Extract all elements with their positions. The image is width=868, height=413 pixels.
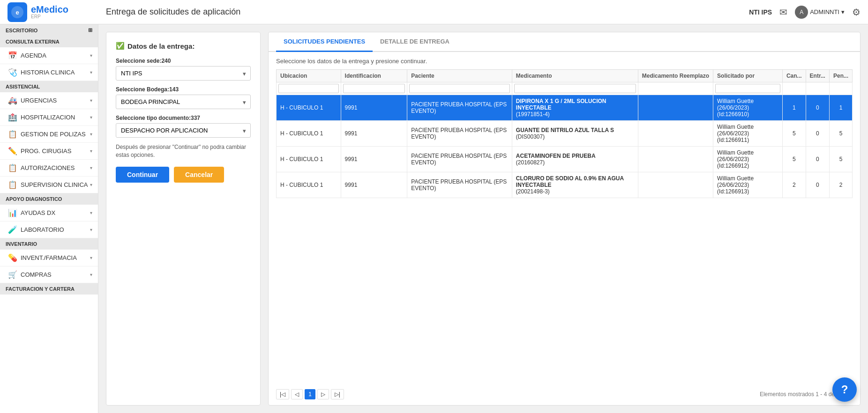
autorizaciones-left: 📋 AUTORIZACIONES bbox=[7, 163, 75, 172]
agenda-label: AGENDA bbox=[21, 52, 46, 59]
sidebar-section-escritorio[interactable]: ESCRITORIO ⊞ bbox=[0, 24, 98, 36]
solicitudes-table: Ubicacion Identificacion Paciente Medica… bbox=[276, 69, 853, 198]
farmacia-label: INVENT./FARMACIA bbox=[21, 254, 77, 261]
cell-reemplazo bbox=[638, 95, 713, 121]
filter-paciente-input[interactable] bbox=[409, 84, 509, 93]
autorizaciones-label: AUTORIZACIONES bbox=[21, 164, 75, 171]
top-header: e eMedico ERP Entrega de solicitudes de … bbox=[0, 0, 868, 24]
supervision-icon: 📋 bbox=[7, 180, 18, 189]
tipo-doc-select-wrapper: DESPACHO POR APLICACION ▾ bbox=[116, 123, 251, 138]
sede-label: Seleccione sede:240 bbox=[116, 58, 251, 64]
pagination-info: Elementos mostrados 1 - 4 de 4 bbox=[760, 391, 839, 398]
agenda-left: 📅 AGENDA bbox=[7, 51, 46, 60]
supervision-left: 📋 SUPERVISION CLINICA bbox=[7, 180, 88, 189]
user-area[interactable]: A ADMINNTI ▾ bbox=[795, 6, 845, 19]
consulta-label: CONSULTA EXTERNA bbox=[6, 39, 60, 44]
chevron-historia: ▾ bbox=[90, 70, 92, 75]
filter-identificacion-input[interactable] bbox=[343, 84, 405, 93]
pag-last-btn[interactable]: ▷| bbox=[331, 389, 344, 399]
cell-reemplazo bbox=[638, 121, 713, 147]
continue-button[interactable]: Continuar bbox=[116, 167, 169, 183]
right-panel: SOLICITUDES PENDIENTES DETALLE DE ENTREG… bbox=[268, 32, 861, 406]
chevron-compras: ▾ bbox=[90, 272, 92, 277]
filter-reemplazo bbox=[638, 82, 713, 95]
sidebar-item-agenda[interactable]: 📅 AGENDA ▾ bbox=[0, 47, 98, 64]
sede-select-wrapper: NTI IPS ▾ bbox=[116, 66, 251, 81]
urgencias-label: URGENCIAS bbox=[21, 97, 57, 104]
cart-icon: 🛒 bbox=[7, 270, 18, 279]
sidebar-item-autorizaciones[interactable]: 📋 AUTORIZACIONES ▾ bbox=[0, 160, 98, 177]
table-row[interactable]: H - CUBICULO 19991PACIENTE PRUEBA HOSPIT… bbox=[277, 147, 853, 172]
filter-solicitado-input[interactable] bbox=[715, 84, 780, 93]
sidebar-section-asistencial: ASISTENCIAL bbox=[0, 81, 98, 92]
tabs-bar: SOLICITUDES PENDIENTES DETALLE DE ENTREG… bbox=[269, 32, 860, 52]
cancel-button[interactable]: Cancelar bbox=[174, 167, 224, 183]
cell-pendiente: 2 bbox=[829, 172, 852, 198]
table-row[interactable]: H - CUBICULO 19991PACIENTE PRUEBA HOSPIT… bbox=[277, 121, 853, 147]
sidebar-section-consulta: CONSULTA EXTERNA bbox=[0, 36, 98, 47]
inventario-label: INVENTARIO bbox=[6, 241, 37, 247]
table-area: Seleccione los datos de la entrega y pre… bbox=[269, 52, 860, 405]
pag-prev-btn[interactable]: ◁ bbox=[291, 389, 303, 399]
escritorio-label: ESCRITORIO bbox=[6, 28, 37, 33]
cell-medicamento: CLORURO DE SODIO AL 0.9% EN AGUA INYECTA… bbox=[512, 172, 638, 198]
filter-medicamento[interactable] bbox=[512, 82, 638, 95]
table-row[interactable]: H - CUBICULO 19991PACIENTE PRUEBA HOSPIT… bbox=[277, 95, 853, 121]
mail-icon[interactable]: ✉ bbox=[779, 7, 787, 18]
bodega-label: Seleccione Bodega:143 bbox=[116, 86, 251, 93]
sidebar-item-hospitalizacion[interactable]: 🏥 HOSPITALIZACION ▾ bbox=[0, 109, 98, 126]
chevron-down-icon: ▾ bbox=[841, 8, 845, 15]
cirugias-left: ✏️ PROG. CIRUGIAS bbox=[7, 147, 71, 155]
bodega-select[interactable]: BODEGA PRINCIPAL bbox=[116, 95, 251, 109]
chevron-autorizaciones: ▾ bbox=[90, 165, 92, 170]
farmacia-left: 💊 INVENT./FARMACIA bbox=[7, 253, 77, 262]
form-note: Después de presionar "Continuar" no podr… bbox=[116, 143, 251, 159]
filter-ubicacion-input[interactable] bbox=[278, 84, 339, 93]
flask-icon: 🧪 bbox=[7, 225, 18, 234]
pagination: |◁ ◁ 1 ▷ ▷| Elementos mostrados 1 - 4 de… bbox=[276, 385, 853, 399]
historia-label: HISTORIA CLINICA bbox=[21, 69, 75, 76]
cell-cantidad: 1 bbox=[782, 95, 806, 121]
cell-solicitado: William Guette (26/06/2023)(Id:1266913) bbox=[713, 172, 783, 198]
tab-solicitudes-pendientes[interactable]: SOLICITUDES PENDIENTES bbox=[276, 32, 373, 52]
sidebar-item-farmacia[interactable]: 💊 INVENT./FARMACIA ▾ bbox=[0, 250, 98, 266]
sidebar-section-facturacion: FACTURACION Y CARTERA bbox=[0, 283, 98, 295]
sidebar-item-compras[interactable]: 🛒 COMPRAS ▾ bbox=[0, 266, 98, 283]
filter-medicamento-input[interactable] bbox=[514, 84, 636, 93]
auth-icon: 📋 bbox=[7, 163, 18, 172]
filter-solicitado[interactable] bbox=[713, 82, 783, 95]
sede-select[interactable]: NTI IPS bbox=[116, 66, 251, 81]
sidebar-item-supervision[interactable]: 📋 SUPERVISION CLINICA ▾ bbox=[0, 177, 98, 193]
hosp-left: 🏥 HOSPITALIZACION bbox=[7, 113, 75, 122]
pag-page-1-btn[interactable]: 1 bbox=[305, 389, 315, 399]
compras-label: COMPRAS bbox=[21, 271, 52, 278]
cell-medicamento: ACETAMINOFEN DE PRUEBA(20160827) bbox=[512, 147, 638, 172]
col-entregado: Entr... bbox=[806, 70, 829, 82]
table-row[interactable]: H - CUBICULO 19991PACIENTE PRUEBA HOSPIT… bbox=[277, 172, 853, 198]
help-button[interactable]: ? bbox=[832, 377, 857, 402]
tab-detalle-entrega[interactable]: DETALLE DE ENTREGA bbox=[373, 32, 457, 52]
sidebar-item-ayudas[interactable]: 📊 AYUDAS DX ▾ bbox=[0, 205, 98, 221]
sidebar-item-cirugias[interactable]: ✏️ PROG. CIRUGIAS ▾ bbox=[0, 143, 98, 160]
sidebar-item-polizas[interactable]: 📋 GESTION DE POLIZAS ▾ bbox=[0, 126, 98, 143]
cell-solicitado: William Guette (26/06/2023)(Id:1266910) bbox=[713, 95, 783, 121]
filter-paciente[interactable] bbox=[407, 82, 512, 95]
sidebar-item-urgencias[interactable]: 🚑 URGENCIAS ▾ bbox=[0, 92, 98, 109]
ambulance-icon: 🚑 bbox=[7, 96, 18, 105]
sidebar-item-laboratorio[interactable]: 🧪 LABORATORIO ▾ bbox=[0, 221, 98, 238]
form-panel: ✅ Datos de la entrega: Seleccione sede:2… bbox=[106, 32, 261, 406]
filter-ubicacion[interactable] bbox=[277, 82, 341, 95]
cell-solicitado: William Guette (26/06/2023)(Id:1266911) bbox=[713, 121, 783, 147]
pag-next-btn[interactable]: ▷ bbox=[317, 389, 329, 399]
sidebar-section-inventario: INVENTARIO bbox=[0, 238, 98, 250]
filter-identificacion[interactable] bbox=[341, 82, 407, 95]
chevron-farmacia: ▾ bbox=[90, 255, 92, 260]
tipo-doc-select[interactable]: DESPACHO POR APLICACION bbox=[116, 123, 251, 138]
gear-icon[interactable]: ⚙ bbox=[852, 7, 861, 18]
pagination-controls: |◁ ◁ 1 ▷ ▷| bbox=[276, 389, 344, 399]
filter-cantidad-empty bbox=[782, 82, 806, 95]
sidebar-item-historia[interactable]: 🩺 HISTORIA CLINICA ▾ bbox=[0, 64, 98, 81]
chevron-ayudas: ▾ bbox=[90, 210, 92, 215]
pag-first-btn[interactable]: |◁ bbox=[276, 389, 289, 399]
chevron-cirugias: ▾ bbox=[90, 148, 92, 154]
